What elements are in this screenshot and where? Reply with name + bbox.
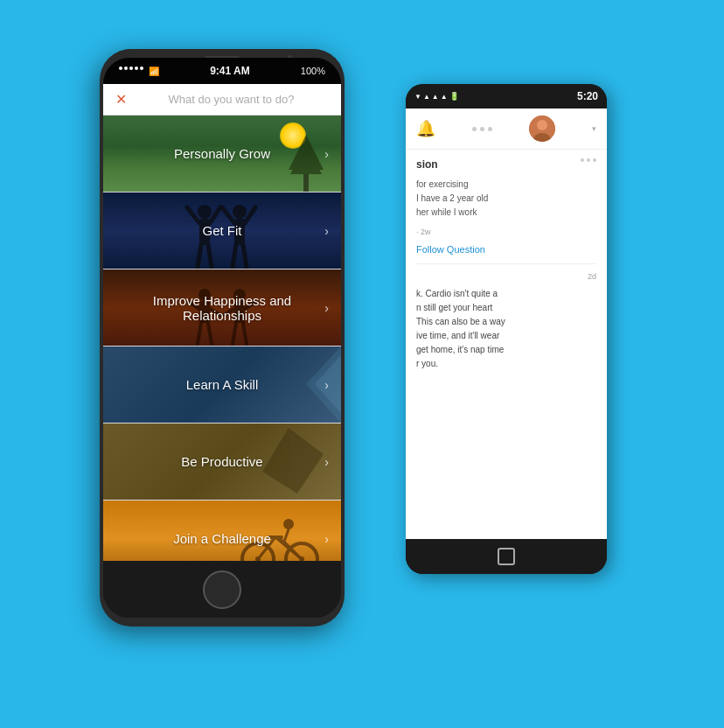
question-text: for exercising I have a 2 year old her w… — [416, 178, 596, 220]
notification-bell-icon[interactable]: 🔔 — [416, 119, 435, 138]
android-screen: 🔔 ▾ sion — [406, 108, 607, 539]
menu-item-learn-skill[interactable]: Learn A Skill › — [103, 346, 341, 423]
svg-line-15 — [245, 207, 255, 223]
menu-label-get-fit: Get Fit — [176, 223, 268, 238]
svg-line-23 — [208, 323, 212, 344]
ios-home-button-area — [103, 561, 341, 618]
menu-list: Personally Grow › — [103, 116, 341, 561]
menu-item-get-fit[interactable]: Get Fit › — [103, 192, 341, 269]
svg-line-29 — [243, 323, 247, 344]
svg-line-17 — [243, 245, 247, 267]
menu-label-personally-grow: Personally Grow — [148, 146, 296, 161]
svg-line-10 — [198, 245, 201, 267]
ios-time: 9:41 AM — [210, 65, 250, 77]
question-title: sion — [416, 157, 438, 172]
follow-question-button[interactable]: Follow Question — [416, 242, 596, 257]
search-placeholder-text: What do you want to do? — [134, 93, 329, 106]
android-phone: ▼ ▲ ▲ ▲ 🔋 5:20 🔔 — [406, 84, 607, 574]
svg-line-22 — [198, 323, 201, 344]
ios-search-bar: ✕ What do you want to do? — [103, 84, 341, 116]
svg-point-1 — [537, 120, 547, 130]
android-nav-bar — [406, 539, 607, 574]
wifi-icon: 📶 — [149, 66, 159, 76]
android-status-bar: ▼ ▲ ▲ ▲ 🔋 5:20 — [406, 84, 607, 108]
menu-label-be-productive: Be Productive — [155, 454, 289, 469]
tree-silhouette — [280, 130, 332, 192]
menu-label-improve-happiness: Improve Happiness and Relationships — [103, 293, 341, 323]
ios-status-bar: 📶 9:41 AM 100% — [103, 58, 341, 84]
signal-dots: 📶 — [119, 66, 159, 76]
android-status-icons: ▼ ▲ ▲ ▲ 🔋 — [414, 92, 459, 101]
menu-label-learn-skill: Learn A Skill — [160, 377, 285, 392]
content-divider — [416, 263, 596, 264]
ios-phone: 📶 9:41 AM 100% ✕ What do you want to do? — [100, 49, 345, 626]
android-app-header: 🔔 ▾ — [406, 108, 607, 150]
menu-label-join-challenge: Join a Challenge — [147, 531, 297, 546]
close-icon[interactable]: ✕ — [115, 91, 127, 108]
svg-point-12 — [233, 205, 247, 219]
scene-container: ▼ ▲ ▲ ▲ 🔋 5:20 🔔 — [100, 49, 624, 679]
menu-item-personally-grow[interactable]: Personally Grow › — [103, 116, 341, 192]
android-time: 5:20 — [577, 90, 598, 102]
account-dropdown-icon[interactable]: ▾ — [592, 124, 596, 133]
chevron-right-icon: › — [324, 301, 329, 315]
svg-line-8 — [187, 207, 199, 223]
svg-point-42 — [283, 519, 294, 529]
menu-item-improve-happiness[interactable]: Improve Happiness and Relationships › — [103, 270, 341, 346]
svg-line-16 — [233, 245, 236, 267]
chevron-right-icon: › — [324, 455, 329, 469]
overflow-menu-icon — [472, 127, 492, 131]
user-avatar[interactable] — [529, 116, 555, 142]
chevron-right-icon: › — [324, 147, 329, 161]
svg-line-11 — [208, 245, 212, 267]
android-home-button[interactable] — [498, 548, 515, 565]
question-meta: · 2w — [416, 227, 596, 239]
chevron-right-icon: › — [324, 532, 329, 546]
svg-line-14 — [222, 207, 234, 223]
menu-item-join-challenge[interactable]: Join a Challenge › — [103, 500, 341, 561]
menu-item-be-productive[interactable]: Be Productive › — [103, 424, 341, 500]
question-options-icon[interactable] — [581, 158, 596, 162]
answer-text: k. Cardio isn't quite a n still get your… — [416, 287, 596, 371]
svg-point-6 — [198, 205, 212, 219]
ios-phone-inner: 📶 9:41 AM 100% ✕ What do you want to do? — [103, 58, 341, 618]
answer-timestamp: 2d — [416, 271, 596, 284]
ios-home-button[interactable] — [203, 570, 241, 609]
chevron-right-icon: › — [324, 224, 329, 238]
svg-line-9 — [210, 207, 220, 223]
ios-screen: ✕ What do you want to do? — [103, 84, 341, 561]
android-content: sion for exercising I have a 2 year old … — [406, 150, 607, 378]
ios-battery: 100% — [301, 66, 325, 76]
chevron-right-icon: › — [324, 378, 329, 392]
svg-line-28 — [233, 323, 236, 344]
